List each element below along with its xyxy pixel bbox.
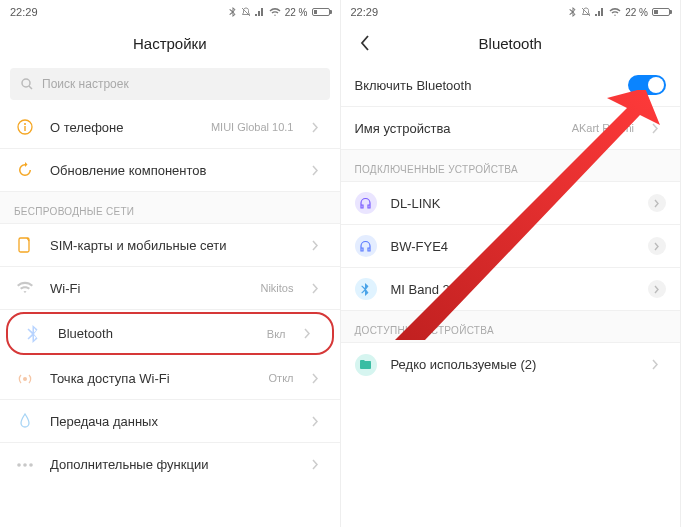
update-icon [14, 161, 36, 179]
bluetooth-toggle[interactable] [628, 75, 666, 95]
svg-rect-4 [24, 126, 25, 131]
data-icon [14, 412, 36, 430]
chevron-right-icon [652, 359, 666, 370]
row-hotspot[interactable]: Точка доступа Wi-Fi Откл [0, 357, 340, 400]
row-label: Дополнительные функции [50, 457, 298, 472]
row-label: Точка доступа Wi-Fi [50, 371, 255, 386]
bluetooth-icon [229, 7, 237, 17]
search-icon [20, 77, 34, 91]
section-wireless: БЕСПРОВОДНЫЕ СЕТИ [0, 192, 340, 224]
row-label: BW-FYE4 [391, 239, 635, 254]
section-connected: ПОДКЛЮЧЕННЫЕ УСТРОЙСТВА [341, 150, 681, 182]
row-wifi[interactable]: Wi-Fi Nikitos [0, 267, 340, 310]
chevron-right-icon [312, 240, 326, 251]
chevron-right-icon [648, 194, 666, 212]
svg-rect-10 [360, 362, 371, 370]
battery-pct: 22 % [625, 7, 648, 18]
row-label: SIM-карты и мобильные сети [50, 238, 298, 253]
battery-icon [652, 8, 670, 16]
row-label: Передача данных [50, 414, 298, 429]
row-value: Вкл [267, 328, 286, 340]
bluetooth-panel: 22:29 22 % Bluetooth Включить Bluetooth … [341, 0, 682, 527]
svg-point-0 [22, 79, 30, 87]
status-bar: 22:29 22 % [341, 0, 681, 22]
page-title: Bluetooth [479, 35, 542, 52]
bluetooth-icon [569, 7, 577, 17]
svg-point-7 [17, 463, 21, 467]
row-value: AKart Redmi [572, 122, 634, 134]
silent-icon [581, 7, 591, 17]
row-device-bwfye4[interactable]: BW-FYE4 [341, 225, 681, 268]
chevron-right-icon [312, 165, 326, 176]
chevron-right-icon [304, 328, 318, 339]
row-device-name[interactable]: Имя устройства AKart Redmi [341, 107, 681, 150]
page-header: Настройки [0, 22, 340, 64]
row-data-usage[interactable]: Передача данных [0, 400, 340, 443]
status-bar: 22:29 22 % [0, 0, 340, 22]
search-placeholder: Поиск настроек [42, 77, 129, 91]
row-bluetooth[interactable]: Bluetooth Вкл [6, 312, 334, 355]
row-label: Редко используемые (2) [391, 357, 639, 372]
row-label: MI Band 2 [391, 282, 635, 297]
row-device-dllink[interactable]: DL-LINK [341, 182, 681, 225]
row-sim[interactable]: SIM-карты и мобильные сети [0, 224, 340, 267]
chevron-right-icon [312, 283, 326, 294]
headphones-icon [355, 192, 377, 214]
signal-icon [255, 8, 265, 17]
status-icons: 22 % [569, 7, 670, 18]
folder-icon [355, 354, 377, 376]
wifi-icon [269, 8, 281, 17]
signal-icon [595, 8, 605, 17]
row-label: Bluetooth [58, 326, 253, 341]
chevron-right-icon [648, 237, 666, 255]
row-value: Откл [269, 372, 294, 384]
svg-point-9 [29, 463, 33, 467]
battery-pct: 22 % [285, 7, 308, 18]
wifi-icon [14, 281, 36, 295]
back-button[interactable] [353, 31, 377, 55]
settings-panel: 22:29 22 % Настройки Поиск настроек О те… [0, 0, 341, 527]
more-icon [14, 462, 36, 468]
section-available: ДОСТУПНЫЕ УСТРОЙСТВА [341, 311, 681, 343]
sim-icon [14, 236, 36, 254]
row-label: Имя устройства [355, 121, 558, 136]
status-icons: 22 % [229, 7, 330, 18]
row-value: MIUI Global 10.1 [211, 121, 294, 133]
chevron-right-icon [312, 416, 326, 427]
bluetooth-icon [22, 325, 44, 343]
chevron-right-icon [652, 123, 666, 134]
row-label: DL-LINK [391, 196, 635, 211]
row-label: Обновление компонентов [50, 163, 298, 178]
info-icon [14, 118, 36, 136]
page-title: Настройки [133, 35, 207, 52]
hotspot-icon [14, 370, 36, 386]
headphones-icon [355, 235, 377, 257]
page-header: Bluetooth [341, 22, 681, 64]
row-rarely-used[interactable]: Редко используемые (2) [341, 343, 681, 386]
chevron-left-icon [360, 35, 370, 51]
status-time: 22:29 [351, 6, 379, 18]
svg-point-8 [23, 463, 27, 467]
chevron-right-icon [648, 280, 666, 298]
svg-point-3 [24, 123, 26, 125]
row-label: О телефоне [50, 120, 197, 135]
svg-rect-5 [19, 238, 29, 252]
battery-icon [312, 8, 330, 16]
row-component-update[interactable]: Обновление компонентов [0, 149, 340, 192]
chevron-right-icon [312, 373, 326, 384]
search-input[interactable]: Поиск настроек [10, 68, 330, 100]
chevron-right-icon [312, 459, 326, 470]
svg-line-1 [29, 86, 32, 89]
chevron-right-icon [312, 122, 326, 133]
row-about-phone[interactable]: О телефоне MIUI Global 10.1 [0, 106, 340, 149]
row-label: Включить Bluetooth [355, 78, 615, 93]
silent-icon [241, 7, 251, 17]
row-additional[interactable]: Дополнительные функции [0, 443, 340, 486]
bluetooth-device-icon [355, 278, 377, 300]
row-enable-bluetooth[interactable]: Включить Bluetooth [341, 64, 681, 107]
wifi-icon [609, 8, 621, 17]
status-time: 22:29 [10, 6, 38, 18]
row-label: Wi-Fi [50, 281, 246, 296]
row-device-miband2[interactable]: MI Band 2 [341, 268, 681, 311]
highlighted-row: Bluetooth Вкл [6, 312, 334, 355]
